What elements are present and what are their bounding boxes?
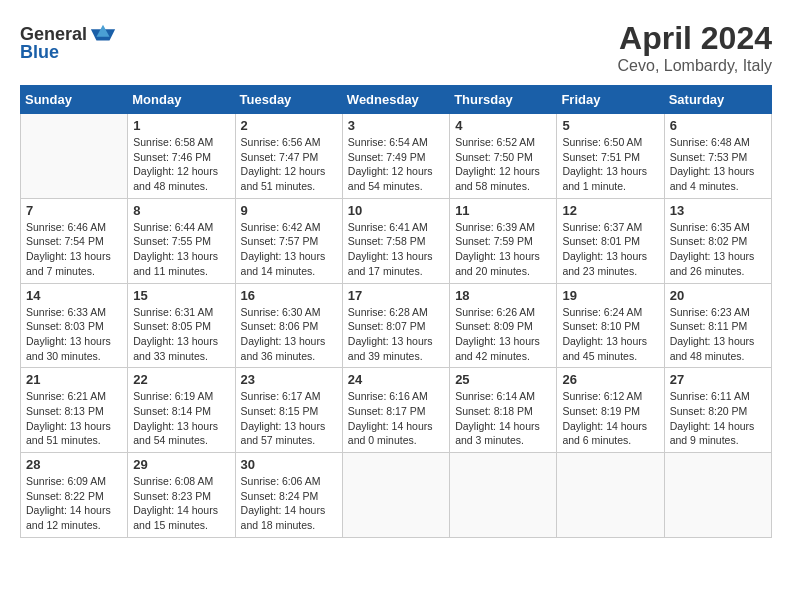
calendar-cell: 25Sunrise: 6:14 AMSunset: 8:18 PMDayligh… bbox=[450, 368, 557, 453]
calendar-cell bbox=[342, 453, 449, 538]
calendar-cell bbox=[664, 453, 771, 538]
calendar-cell: 29Sunrise: 6:08 AMSunset: 8:23 PMDayligh… bbox=[128, 453, 235, 538]
day-number: 26 bbox=[562, 372, 658, 387]
weekday-header: Tuesday bbox=[235, 86, 342, 114]
day-number: 28 bbox=[26, 457, 122, 472]
page-subtitle: Cevo, Lombardy, Italy bbox=[618, 57, 772, 75]
weekday-header: Friday bbox=[557, 86, 664, 114]
day-info: Sunrise: 6:41 AMSunset: 7:58 PMDaylight:… bbox=[348, 220, 444, 279]
day-info: Sunrise: 6:31 AMSunset: 8:05 PMDaylight:… bbox=[133, 305, 229, 364]
day-number: 7 bbox=[26, 203, 122, 218]
calendar-cell: 24Sunrise: 6:16 AMSunset: 8:17 PMDayligh… bbox=[342, 368, 449, 453]
day-number: 6 bbox=[670, 118, 766, 133]
calendar-week-row: 21Sunrise: 6:21 AMSunset: 8:13 PMDayligh… bbox=[21, 368, 772, 453]
day-info: Sunrise: 6:11 AMSunset: 8:20 PMDaylight:… bbox=[670, 389, 766, 448]
header: General Blue April 2024 Cevo, Lombardy, … bbox=[20, 20, 772, 75]
day-number: 8 bbox=[133, 203, 229, 218]
calendar-cell: 2Sunrise: 6:56 AMSunset: 7:47 PMDaylight… bbox=[235, 114, 342, 199]
calendar-cell: 15Sunrise: 6:31 AMSunset: 8:05 PMDayligh… bbox=[128, 283, 235, 368]
day-number: 19 bbox=[562, 288, 658, 303]
calendar-cell bbox=[557, 453, 664, 538]
day-info: Sunrise: 6:52 AMSunset: 7:50 PMDaylight:… bbox=[455, 135, 551, 194]
calendar-cell: 17Sunrise: 6:28 AMSunset: 8:07 PMDayligh… bbox=[342, 283, 449, 368]
calendar-cell: 12Sunrise: 6:37 AMSunset: 8:01 PMDayligh… bbox=[557, 198, 664, 283]
calendar-week-row: 28Sunrise: 6:09 AMSunset: 8:22 PMDayligh… bbox=[21, 453, 772, 538]
day-number: 13 bbox=[670, 203, 766, 218]
calendar-cell: 16Sunrise: 6:30 AMSunset: 8:06 PMDayligh… bbox=[235, 283, 342, 368]
day-info: Sunrise: 6:14 AMSunset: 8:18 PMDaylight:… bbox=[455, 389, 551, 448]
day-number: 20 bbox=[670, 288, 766, 303]
day-number: 24 bbox=[348, 372, 444, 387]
day-info: Sunrise: 6:12 AMSunset: 8:19 PMDaylight:… bbox=[562, 389, 658, 448]
weekday-header: Saturday bbox=[664, 86, 771, 114]
day-number: 11 bbox=[455, 203, 551, 218]
calendar-cell: 20Sunrise: 6:23 AMSunset: 8:11 PMDayligh… bbox=[664, 283, 771, 368]
day-info: Sunrise: 6:24 AMSunset: 8:10 PMDaylight:… bbox=[562, 305, 658, 364]
day-info: Sunrise: 6:08 AMSunset: 8:23 PMDaylight:… bbox=[133, 474, 229, 533]
day-number: 29 bbox=[133, 457, 229, 472]
calendar-cell: 1Sunrise: 6:58 AMSunset: 7:46 PMDaylight… bbox=[128, 114, 235, 199]
day-number: 27 bbox=[670, 372, 766, 387]
logo-icon bbox=[89, 20, 117, 48]
day-info: Sunrise: 6:09 AMSunset: 8:22 PMDaylight:… bbox=[26, 474, 122, 533]
day-info: Sunrise: 6:37 AMSunset: 8:01 PMDaylight:… bbox=[562, 220, 658, 279]
calendar-cell: 5Sunrise: 6:50 AMSunset: 7:51 PMDaylight… bbox=[557, 114, 664, 199]
calendar-cell: 13Sunrise: 6:35 AMSunset: 8:02 PMDayligh… bbox=[664, 198, 771, 283]
calendar-cell: 9Sunrise: 6:42 AMSunset: 7:57 PMDaylight… bbox=[235, 198, 342, 283]
page-title: April 2024 bbox=[618, 20, 772, 57]
calendar-cell: 19Sunrise: 6:24 AMSunset: 8:10 PMDayligh… bbox=[557, 283, 664, 368]
calendar-cell bbox=[21, 114, 128, 199]
day-info: Sunrise: 6:23 AMSunset: 8:11 PMDaylight:… bbox=[670, 305, 766, 364]
calendar-cell: 6Sunrise: 6:48 AMSunset: 7:53 PMDaylight… bbox=[664, 114, 771, 199]
day-info: Sunrise: 6:19 AMSunset: 8:14 PMDaylight:… bbox=[133, 389, 229, 448]
day-info: Sunrise: 6:42 AMSunset: 7:57 PMDaylight:… bbox=[241, 220, 337, 279]
day-number: 2 bbox=[241, 118, 337, 133]
day-number: 9 bbox=[241, 203, 337, 218]
title-area: April 2024 Cevo, Lombardy, Italy bbox=[618, 20, 772, 75]
weekday-header: Thursday bbox=[450, 86, 557, 114]
day-info: Sunrise: 6:30 AMSunset: 8:06 PMDaylight:… bbox=[241, 305, 337, 364]
day-number: 18 bbox=[455, 288, 551, 303]
day-number: 3 bbox=[348, 118, 444, 133]
day-info: Sunrise: 6:56 AMSunset: 7:47 PMDaylight:… bbox=[241, 135, 337, 194]
day-info: Sunrise: 6:28 AMSunset: 8:07 PMDaylight:… bbox=[348, 305, 444, 364]
calendar-cell: 21Sunrise: 6:21 AMSunset: 8:13 PMDayligh… bbox=[21, 368, 128, 453]
day-number: 16 bbox=[241, 288, 337, 303]
day-number: 1 bbox=[133, 118, 229, 133]
calendar-cell: 10Sunrise: 6:41 AMSunset: 7:58 PMDayligh… bbox=[342, 198, 449, 283]
day-info: Sunrise: 6:16 AMSunset: 8:17 PMDaylight:… bbox=[348, 389, 444, 448]
day-info: Sunrise: 6:58 AMSunset: 7:46 PMDaylight:… bbox=[133, 135, 229, 194]
day-number: 22 bbox=[133, 372, 229, 387]
calendar-cell: 7Sunrise: 6:46 AMSunset: 7:54 PMDaylight… bbox=[21, 198, 128, 283]
calendar-cell: 14Sunrise: 6:33 AMSunset: 8:03 PMDayligh… bbox=[21, 283, 128, 368]
calendar-week-row: 1Sunrise: 6:58 AMSunset: 7:46 PMDaylight… bbox=[21, 114, 772, 199]
calendar-cell: 11Sunrise: 6:39 AMSunset: 7:59 PMDayligh… bbox=[450, 198, 557, 283]
day-info: Sunrise: 6:48 AMSunset: 7:53 PMDaylight:… bbox=[670, 135, 766, 194]
calendar-week-row: 14Sunrise: 6:33 AMSunset: 8:03 PMDayligh… bbox=[21, 283, 772, 368]
logo-blue-text: Blue bbox=[20, 42, 59, 63]
logo: General Blue bbox=[20, 20, 117, 63]
day-number: 21 bbox=[26, 372, 122, 387]
day-number: 30 bbox=[241, 457, 337, 472]
calendar-week-row: 7Sunrise: 6:46 AMSunset: 7:54 PMDaylight… bbox=[21, 198, 772, 283]
day-info: Sunrise: 6:46 AMSunset: 7:54 PMDaylight:… bbox=[26, 220, 122, 279]
day-number: 15 bbox=[133, 288, 229, 303]
day-info: Sunrise: 6:35 AMSunset: 8:02 PMDaylight:… bbox=[670, 220, 766, 279]
calendar-cell: 3Sunrise: 6:54 AMSunset: 7:49 PMDaylight… bbox=[342, 114, 449, 199]
day-number: 14 bbox=[26, 288, 122, 303]
day-info: Sunrise: 6:21 AMSunset: 8:13 PMDaylight:… bbox=[26, 389, 122, 448]
day-number: 10 bbox=[348, 203, 444, 218]
day-number: 25 bbox=[455, 372, 551, 387]
day-info: Sunrise: 6:33 AMSunset: 8:03 PMDaylight:… bbox=[26, 305, 122, 364]
calendar-header-row: SundayMondayTuesdayWednesdayThursdayFrid… bbox=[21, 86, 772, 114]
day-info: Sunrise: 6:26 AMSunset: 8:09 PMDaylight:… bbox=[455, 305, 551, 364]
day-info: Sunrise: 6:39 AMSunset: 7:59 PMDaylight:… bbox=[455, 220, 551, 279]
calendar-cell bbox=[450, 453, 557, 538]
day-info: Sunrise: 6:44 AMSunset: 7:55 PMDaylight:… bbox=[133, 220, 229, 279]
calendar-cell: 8Sunrise: 6:44 AMSunset: 7:55 PMDaylight… bbox=[128, 198, 235, 283]
day-info: Sunrise: 6:54 AMSunset: 7:49 PMDaylight:… bbox=[348, 135, 444, 194]
calendar-table: SundayMondayTuesdayWednesdayThursdayFrid… bbox=[20, 85, 772, 538]
calendar-cell: 26Sunrise: 6:12 AMSunset: 8:19 PMDayligh… bbox=[557, 368, 664, 453]
day-number: 17 bbox=[348, 288, 444, 303]
weekday-header: Sunday bbox=[21, 86, 128, 114]
